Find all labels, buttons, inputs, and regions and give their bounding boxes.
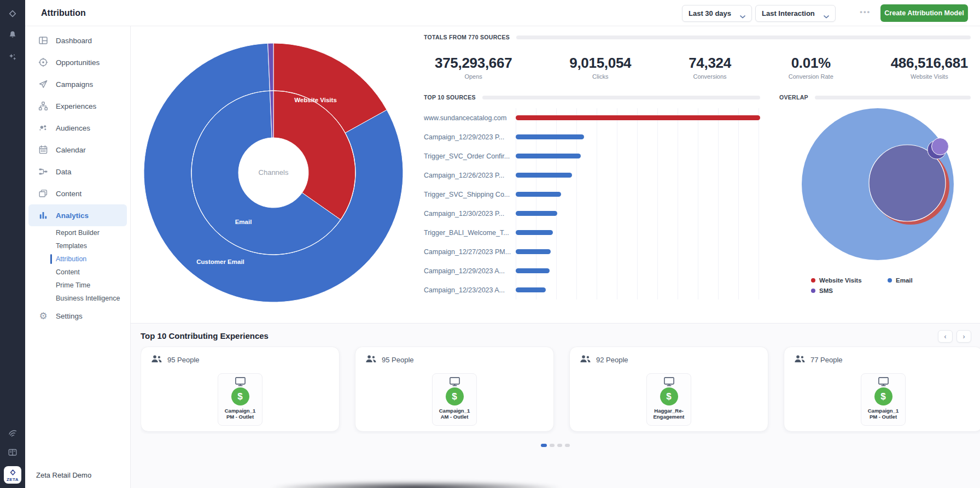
attribution-page: ZETA Attribution Last 30 days Last Inter… [0,0,980,488]
experience-node[interactable]: $Campaign_1 PM - Outlet [861,373,906,426]
channels-sunburst-chart[interactable]: Website VisitsEmailCustomer EmailChannel… [142,42,405,304]
create-attribution-model-button[interactable]: Create Attribution Model [880,4,968,22]
source-bar[interactable] [516,268,550,273]
source-bar-zone [516,115,760,120]
more-options-button[interactable]: ••• [860,8,871,16]
sidebar-item-audiences[interactable]: Audiences [28,117,127,139]
zeta-logo[interactable]: ZETA [4,466,21,484]
sidebar-item-label: Settings [56,312,83,320]
experience-node[interactable]: $Campaign_1 PM - Outlet [218,373,262,426]
source-label[interactable]: Campaign_12/29/2023 P... [424,133,516,141]
pagination-dot-2[interactable] [550,444,555,447]
sidebar-item-label: Campaigns [56,80,93,89]
dollar-conversion-icon: $ [446,387,464,405]
pagination-dot-3[interactable] [557,444,562,447]
sidebar-item-campaigns[interactable]: Campaigns [28,73,127,95]
pagination-dot-1[interactable] [541,444,547,447]
source-bar[interactable] [516,173,572,178]
submenu-item-content[interactable]: Content [25,266,130,279]
experience-card-2[interactable]: 95 People$Campaign_1 AM - Outlet [355,346,554,432]
campaigns-icon [38,79,48,89]
dollar-conversion-icon: $ [660,387,678,405]
source-label[interactable]: Trigger_SVC_Order Confir... [424,152,516,160]
submenu-item-business-intelligence[interactable]: Business Intelligence [25,292,130,305]
source-bar[interactable] [516,115,760,120]
source-label[interactable]: Campaign_12/26/2023 P... [424,172,516,179]
zeta-diamond-icon[interactable] [0,4,25,23]
legend-item-email[interactable]: Email [888,275,913,285]
submenu-item-report-builder[interactable]: Report Builder [25,226,130,239]
content-icon [38,189,48,198]
source-label[interactable]: Campaign_12/27/2023 PM... [424,248,516,256]
attribution-model-value: Last Interaction [762,9,815,17]
venn-sms-circle[interactable] [932,138,949,155]
carousel-next-button[interactable]: › [956,330,971,343]
sidebar-item-experiences[interactable]: Experiences [28,95,127,117]
source-label[interactable]: Trigger_SVC_Shipping Co... [424,191,516,198]
sidebar-item-content[interactable]: Content [28,183,127,204]
experience-node-label: Campaign_1 PM - Outlet [225,408,256,420]
experience-node[interactable]: $Campaign_1 AM - Outlet [432,373,477,426]
sunburst-label-website-visits: Website Visits [294,97,337,103]
pagination-dot-4[interactable] [565,444,570,447]
stat-conversions: 74,324Conversions [689,55,731,80]
carousel-prev-button[interactable]: ‹ [938,330,953,343]
source-bar[interactable] [516,154,581,158]
sidebar-item-settings[interactable]: ⚙Settings [28,305,127,327]
overlap-heading: OVERLAP [779,94,808,101]
date-range-select[interactable]: Last 30 days [682,5,752,22]
signal-icon[interactable] [0,424,25,442]
legend-item-sms[interactable]: SMS [811,285,878,296]
experience-card-1[interactable]: 95 People$Campaign_1 PM - Outlet [141,346,340,432]
submenu-item-templates[interactable]: Templates [25,239,130,252]
chevron-right-icon: › [963,333,965,340]
sidebar-item-label: Audiences [56,124,90,132]
source-bar[interactable] [516,134,584,139]
source-bar[interactable] [516,287,546,292]
workspace-name[interactable]: Zeta Retail Demo [36,471,91,479]
sparkles-icon[interactable] [0,48,25,67]
sidebar-item-label: Calendar [56,146,86,154]
knowledge-book-icon[interactable] [0,443,25,462]
legend-dot [811,289,815,293]
source-bar[interactable] [516,211,557,216]
source-bar[interactable] [516,249,551,254]
source-label[interactable]: Trigger_BALI_Welcome_T... [424,229,516,237]
sidebar-item-opportunities[interactable]: Opportunities [28,51,127,73]
people-count: 77 People [794,355,843,364]
people-count-label: 77 People [810,356,843,364]
totals-section-header: TOTALS FROM 770 SOURCES [424,34,971,40]
sunburst-label-email: Email [235,219,252,225]
source-label[interactable]: www.sundancecatalog.com [424,114,516,122]
dashboard-icon [38,36,48,45]
date-range-value: Last 30 days [689,9,731,17]
submenu-item-attribution[interactable]: Attribution [25,252,130,266]
source-label[interactable]: Campaign_12/29/2023 A... [424,267,516,275]
sidebar-item-data[interactable]: Data [28,161,127,183]
legend-item-website-visits[interactable]: Website Visits [811,275,878,285]
experience-card-3[interactable]: 92 People$Haggar_Re- Engagement [569,346,768,432]
source-bar[interactable] [516,230,553,235]
data-icon [38,167,48,177]
overlap-venn-chart[interactable] [796,108,965,264]
source-bar[interactable] [516,192,561,197]
sidebar-item-analytics[interactable]: Analytics [28,204,127,226]
experience-card-4[interactable]: 77 People$Campaign_1 PM - Outlet [784,346,980,432]
source-label[interactable]: Campaign_12/23/2023 A... [424,286,516,294]
experience-node[interactable]: $Haggar_Re- Engagement [646,373,691,426]
submenu-item-prime-time[interactable]: Prime Time [25,279,130,292]
source-label[interactable]: Campaign_12/30/2023 P... [424,210,516,217]
sidebar-item-calendar[interactable]: Calendar [28,139,127,161]
totals-rule [516,36,971,39]
monitor-icon [663,377,675,386]
attribution-model-select[interactable]: Last Interaction [755,5,836,22]
legend-label: SMS [819,287,833,294]
top-sources-section-header: TOP 10 SOURCES [424,94,760,101]
source-bar-zone [516,173,760,178]
source-row: www.sundancecatalog.com [424,108,760,127]
stat-value: 0.01% [789,55,833,72]
zeta-logo-text: ZETA [7,478,19,482]
sidebar-item-dashboard[interactable]: Dashboard [28,30,127,51]
legend-dot [811,278,815,283]
notifications-bell-icon[interactable] [0,26,25,44]
